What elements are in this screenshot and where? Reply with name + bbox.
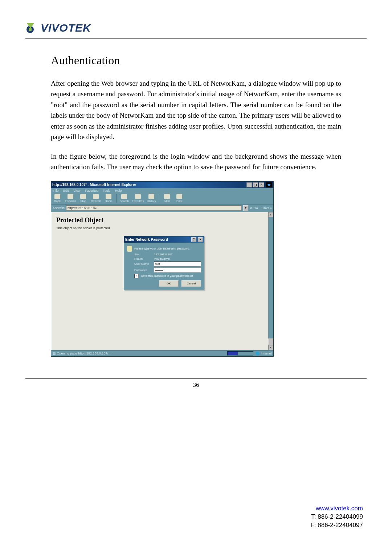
search-icon xyxy=(121,194,127,199)
dialog-close-button[interactable]: × xyxy=(198,237,203,242)
key-icon xyxy=(127,246,132,252)
progress-bar xyxy=(227,351,253,356)
ok-button[interactable]: OK xyxy=(159,280,179,287)
mail-icon xyxy=(164,194,170,199)
address-label: Address xyxy=(53,206,65,210)
refresh-button[interactable]: Refresh xyxy=(91,194,101,203)
section-title: Authentication xyxy=(51,54,341,67)
password-label: Password xyxy=(134,268,152,272)
scroll-down-button[interactable]: ▾ xyxy=(268,345,273,350)
zone-indicator: 🌐 Internet xyxy=(256,352,272,355)
toolbar-separator xyxy=(159,194,159,203)
username-label: User Name xyxy=(134,262,152,266)
window-titlebar: http://192.168.0.107/ - Microsoft Intern… xyxy=(51,182,273,188)
minimize-button[interactable]: _ xyxy=(246,182,252,187)
menu-help[interactable]: Help xyxy=(115,189,122,193)
window-title: http://192.168.0.107/ - Microsoft Intern… xyxy=(52,183,136,187)
print-icon xyxy=(176,194,182,199)
cancel-button[interactable]: Cancel xyxy=(181,280,201,287)
scroll-up-button[interactable]: ▴ xyxy=(268,212,273,217)
links-label[interactable]: Links » xyxy=(261,206,272,210)
brand-logo: VIVOTEK xyxy=(25,22,367,34)
dialog-title: Enter Network Password xyxy=(125,238,168,242)
address-input[interactable] xyxy=(66,206,242,211)
close-button[interactable]: × xyxy=(259,182,264,187)
back-icon xyxy=(54,194,60,199)
paragraph-2: In the figure below, the foreground is t… xyxy=(51,151,341,173)
save-password-label: Save this password in your password list xyxy=(141,274,193,278)
menu-tools[interactable]: Tools xyxy=(103,189,110,193)
favorites-button[interactable]: Favorites xyxy=(132,194,144,203)
menu-favorites[interactable]: Favorites xyxy=(85,189,98,193)
address-dropdown[interactable]: ▾ xyxy=(243,205,248,211)
dialog-help-button[interactable]: ? xyxy=(191,237,196,242)
toolbar: Back Forward Stop Refresh Home Search Fa… xyxy=(51,193,273,204)
site-value: 192.168.0.107 xyxy=(154,253,172,256)
mail-button[interactable]: Mail xyxy=(162,194,172,203)
auth-dialog: Enter Network Password ? × Please type y… xyxy=(124,236,204,290)
page-number: 36 xyxy=(25,381,367,389)
page-body: ▴ Protected Object This object on the se… xyxy=(51,212,273,350)
dialog-titlebar: Enter Network Password ? × xyxy=(124,236,204,243)
back-button[interactable]: Back xyxy=(53,194,62,203)
menu-file[interactable]: File xyxy=(53,189,59,193)
password-input[interactable] xyxy=(154,268,201,273)
globe-icon: 🌐 xyxy=(256,352,260,355)
ie-logo-icon xyxy=(266,182,272,187)
print-button[interactable]: Print xyxy=(175,194,184,203)
brand-name: VIVOTEK xyxy=(41,22,91,34)
browser-window: http://192.168.0.107/ - Microsoft Intern… xyxy=(51,181,274,357)
footer-link[interactable]: www.vivotek.com xyxy=(316,505,363,512)
home-icon xyxy=(106,194,111,199)
home-button[interactable]: Home xyxy=(104,194,113,203)
stop-icon xyxy=(80,194,86,199)
address-bar: Address ▾ ♻ Go Links » xyxy=(51,204,273,212)
doc-icon: ▦ xyxy=(53,352,56,355)
realm-value: VisualServer xyxy=(154,257,170,260)
favorites-icon xyxy=(135,194,141,199)
scrollbar-thumb[interactable] xyxy=(268,339,273,345)
footer-divider xyxy=(25,378,367,379)
forward-button[interactable]: Forward xyxy=(65,194,75,203)
dialog-prompt: Please type your user name and password. xyxy=(134,247,190,250)
username-input[interactable] xyxy=(154,262,201,267)
protected-text: This object on the server is protected. xyxy=(56,226,263,230)
history-icon xyxy=(148,194,154,199)
history-button[interactable]: History xyxy=(147,194,156,203)
menu-edit[interactable]: Edit xyxy=(63,189,69,193)
status-text: Opening page http://192.168.0.107/… xyxy=(57,352,112,355)
stop-button[interactable]: Stop xyxy=(78,194,88,203)
search-button[interactable]: Search xyxy=(119,194,129,203)
menu-view[interactable]: View xyxy=(73,189,80,193)
zone-label: Internet xyxy=(261,352,272,355)
menu-bar: File Edit View Favorites Tools Help xyxy=(51,188,273,193)
forward-icon xyxy=(68,194,73,199)
svg-rect-1 xyxy=(29,28,32,31)
footer-fax: F: 886-2-22404097 xyxy=(310,522,363,528)
save-password-checkbox[interactable]: ✓ xyxy=(134,274,139,278)
footer-info: www.vivotek.com T: 886-2-22404099 F: 886… xyxy=(310,505,363,530)
maximize-button[interactable]: ▢ xyxy=(253,182,258,187)
header-divider xyxy=(25,39,367,39)
refresh-icon xyxy=(93,194,99,199)
protected-heading: Protected Object xyxy=(56,216,263,224)
site-label: Site: xyxy=(134,253,152,256)
figure: http://192.168.0.107/ - Microsoft Intern… xyxy=(51,181,341,357)
realm-label: Realm xyxy=(134,257,152,260)
toolbar-separator xyxy=(116,194,117,203)
footer-tel: T: 886-2-22404099 xyxy=(311,513,363,520)
logo-icon xyxy=(25,22,38,34)
status-bar: ▦ Opening page http://192.168.0.107/… 🌐 … xyxy=(51,350,273,356)
paragraph-1: After opening the Web browser and typing… xyxy=(51,78,341,142)
go-button[interactable]: ♻ Go xyxy=(250,206,258,210)
